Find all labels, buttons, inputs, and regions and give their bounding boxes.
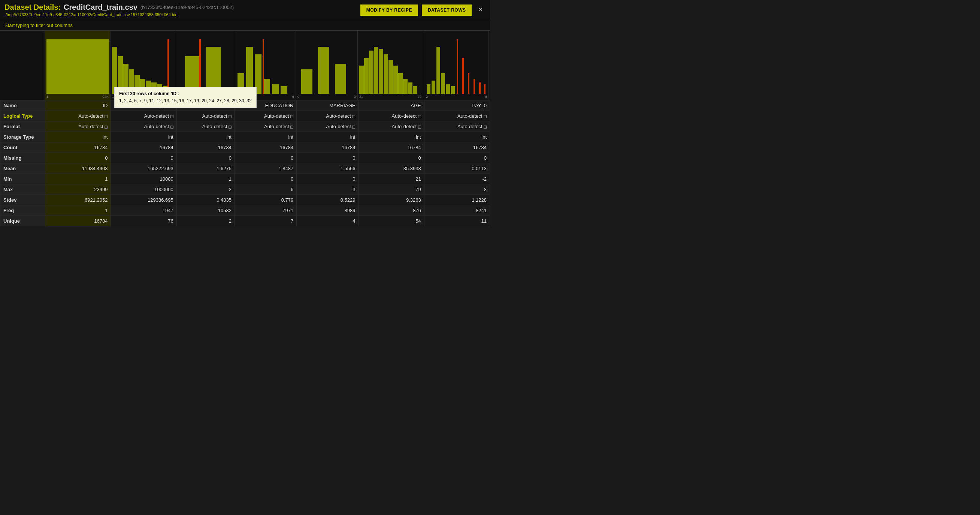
svg-rect-17 xyxy=(255,54,261,94)
table-row-count: Count 16784 16784 16784 16784 16784 1678… xyxy=(0,142,490,153)
col-mar-format: Auto-detect xyxy=(297,121,358,132)
col-age-stdev: 9.3263 xyxy=(358,195,424,206)
svg-rect-22 xyxy=(301,69,312,94)
col-edu-missing: 0 xyxy=(234,153,296,163)
col-edu-count: 16784 xyxy=(234,142,296,153)
col-pay-logical: Auto-detect xyxy=(424,111,490,121)
fmt-icon-id[interactable] xyxy=(105,126,108,129)
row-label-logical-type: Logical Type xyxy=(0,111,45,121)
fmt-icon-lb[interactable] xyxy=(170,126,173,129)
svg-rect-35 xyxy=(408,83,412,94)
detect-icon-sex[interactable] xyxy=(229,115,232,118)
svg-rect-45 xyxy=(468,73,469,94)
row-label-freq: Freq xyxy=(0,206,45,216)
axis-age-max: 79 xyxy=(418,95,422,99)
svg-rect-42 xyxy=(451,86,455,94)
col-age-mean: 35.3938 xyxy=(358,163,424,174)
fmt-icon-edu[interactable] xyxy=(290,126,293,129)
close-button[interactable]: × xyxy=(476,5,485,15)
col-mar-min: 0 xyxy=(297,174,358,184)
fmt-icon-mar[interactable] xyxy=(352,126,355,129)
axis-mar-min: 0 xyxy=(298,95,299,99)
col-age-name: AGE xyxy=(358,100,424,111)
data-table-wrapper[interactable]: Name ID LIMIT_BAL SEX EDUCATION MARRIAGE… xyxy=(0,100,490,257)
col-lb-max: 1000000 xyxy=(111,184,177,195)
col-lb-count: 16784 xyxy=(111,142,177,153)
charts-row: 1 24K xyxy=(0,31,490,100)
detect-icon-edu[interactable] xyxy=(290,115,293,118)
filter-bar: Start typing to filter out columns xyxy=(0,20,490,31)
col-mar-storage: int xyxy=(297,132,358,142)
svg-rect-40 xyxy=(441,73,445,94)
col-sex-stdev: 0.4835 xyxy=(177,195,234,206)
chart-limit-svg xyxy=(112,36,174,94)
svg-rect-14 xyxy=(199,39,201,94)
dataset-rows-button[interactable]: DATASET ROWS xyxy=(422,5,472,16)
row-label-name: Name xyxy=(0,100,45,111)
svg-rect-3 xyxy=(123,64,129,94)
col-edu-storage: int xyxy=(234,132,296,142)
row-label-missing: Missing xyxy=(0,153,45,163)
modify-by-recipe-button[interactable]: MODIFY BY RECIPE xyxy=(360,5,418,16)
col-age-count: 16784 xyxy=(358,142,424,153)
dataset-label: Dataset Details: xyxy=(5,3,61,12)
col-age-format: Auto-detect xyxy=(358,121,424,132)
table-row-name: Name ID LIMIT_BAL SEX EDUCATION MARRIAGE… xyxy=(0,100,490,111)
detect-icon-age[interactable] xyxy=(418,115,421,118)
svg-rect-11 xyxy=(167,39,169,94)
col-lb-storage: int xyxy=(111,132,177,142)
dataset-path: ./tmp/b17333f0-f0ee-11e9-a845-0242ac1100… xyxy=(5,12,234,17)
fmt-icon-sex[interactable] xyxy=(229,126,232,129)
axis-age-min: 21 xyxy=(359,95,363,99)
col-lb-name: LIMIT_BAL xyxy=(111,100,177,111)
col-lb-logical: Auto-detect xyxy=(111,111,177,121)
svg-rect-43 xyxy=(457,39,458,94)
chart-mar-svg xyxy=(298,36,356,94)
fmt-icon-age[interactable] xyxy=(418,126,421,129)
detect-icon-lb[interactable] xyxy=(170,115,173,118)
scroll-area[interactable]: 1 24K xyxy=(0,31,490,257)
svg-rect-20 xyxy=(281,86,287,94)
detect-icon-mar[interactable] xyxy=(352,115,355,118)
col-id-logical: Auto-detect xyxy=(45,111,111,121)
col-sex-storage: int xyxy=(177,132,234,142)
col-sex-min: 1 xyxy=(177,174,234,184)
col-pay-storage: int xyxy=(424,132,490,142)
col-edu-min: 0 xyxy=(234,174,296,184)
svg-rect-13 xyxy=(206,47,221,94)
col-mar-max: 3 xyxy=(297,184,358,195)
svg-rect-23 xyxy=(318,47,329,94)
col-id-min: 1 xyxy=(45,174,111,184)
col-lb-min: 10000 xyxy=(111,174,177,184)
col-pay-missing: 0 xyxy=(424,153,490,163)
svg-rect-44 xyxy=(462,58,464,94)
detect-icon[interactable] xyxy=(105,115,108,118)
col-pay-stdev: 1.1228 xyxy=(424,195,490,206)
col-id-name: ID xyxy=(45,100,111,111)
col-sex-freq: 10532 xyxy=(177,206,234,216)
svg-rect-4 xyxy=(129,69,134,94)
chart-header-spacer xyxy=(0,31,45,100)
col-edu-format: Auto-detect xyxy=(234,121,296,132)
col-edu-name: EDUCATION xyxy=(234,100,296,111)
chart-education: 0 6 xyxy=(234,31,296,100)
svg-rect-48 xyxy=(484,85,485,94)
col-pay-freq: 8241 xyxy=(424,206,490,216)
col-id-freq: 1 xyxy=(45,206,111,216)
col-pay-unique: 11 xyxy=(424,216,490,226)
chart-limit-bal: 10K 1M xyxy=(110,31,176,100)
data-table: Name ID LIMIT_BAL SEX EDUCATION MARRIAGE… xyxy=(0,100,490,226)
col-id-storage: int xyxy=(45,132,111,142)
fmt-icon-pay[interactable] xyxy=(484,126,487,129)
col-sex-count: 16784 xyxy=(177,142,234,153)
svg-rect-32 xyxy=(393,65,398,94)
axis-pay-max: 8 xyxy=(485,95,487,99)
axis-sex-max: 2 xyxy=(231,95,232,99)
svg-rect-25 xyxy=(359,65,364,94)
svg-rect-26 xyxy=(364,58,369,94)
row-label-min: Min xyxy=(0,174,45,184)
col-age-unique: 54 xyxy=(358,216,424,226)
col-sex-mean: 1.6275 xyxy=(177,163,234,174)
detect-icon-pay[interactable] xyxy=(484,115,487,118)
col-edu-stdev: 0.779 xyxy=(234,195,296,206)
